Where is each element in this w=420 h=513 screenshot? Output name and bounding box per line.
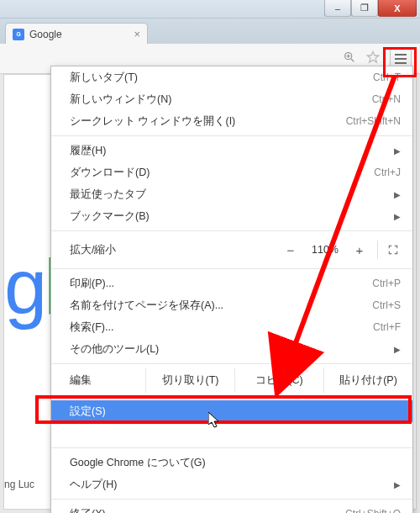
menu-separator (51, 135, 412, 136)
svg-marker-5 (367, 51, 378, 62)
menu-save-as[interactable]: 名前を付けてページを保存(A)...Ctrl+S (51, 294, 412, 316)
bookmark-star-icon[interactable] (366, 50, 380, 67)
chevron-right-icon: ▶ (394, 190, 401, 199)
tab-label: Google (29, 29, 62, 40)
menu-recent-tabs[interactable]: 最近使ったタブ▶ (51, 183, 412, 205)
menu-about[interactable]: Google Chrome について(G) (51, 452, 412, 473)
menu-new-tab[interactable]: 新しいタブ(T)Ctrl+T (51, 66, 412, 88)
menu-separator (51, 363, 412, 364)
menu-bookmarks[interactable]: ブックマーク(B)▶ (51, 205, 412, 227)
title-bar: – ❐ X (0, 0, 420, 19)
zoom-in-button[interactable]: + (344, 240, 375, 260)
menu-find[interactable]: 検索(F)...Ctrl+F (51, 316, 412, 338)
zoom-icon[interactable] (343, 50, 356, 67)
menu-separator (51, 396, 412, 397)
google-favicon: G (13, 29, 24, 40)
menu-help[interactable]: ヘルプ(H)▶ (51, 473, 412, 495)
fullscreen-button[interactable] (381, 244, 406, 256)
chevron-right-icon: ▶ (394, 345, 401, 354)
hamburger-icon (395, 54, 407, 56)
window-controls: – ❐ X (324, 0, 417, 17)
browser-window: – ❐ X G Google × (0, 0, 420, 513)
menu-separator (51, 499, 412, 500)
menu-more-tools[interactable]: その他のツール(L)▶ (51, 338, 412, 360)
svg-line-2 (351, 59, 354, 61)
tab-close-icon[interactable]: × (134, 28, 140, 40)
tab-google[interactable]: G Google × (5, 23, 148, 45)
edit-copy[interactable]: コピー(C) (234, 368, 323, 393)
menu-history[interactable]: 履歴(H)▶ (51, 140, 412, 161)
menu-separator (51, 230, 412, 231)
menu-blurred[interactable] (51, 422, 412, 444)
edit-label: 編集 (70, 373, 145, 388)
maximize-button[interactable]: ❐ (351, 0, 378, 17)
menu-downloads[interactable]: ダウンロード(D)Ctrl+J (51, 161, 412, 183)
menu-exit[interactable]: 終了(X)Ctrl+Shift+Q (51, 503, 412, 513)
minimize-button[interactable]: – (324, 0, 351, 17)
menu-new-window[interactable]: 新しいウィンドウ(N)Ctrl+N (51, 88, 412, 110)
chevron-right-icon: ▶ (394, 146, 401, 156)
feeling-lucky-text: ng Luc (4, 479, 34, 490)
menu-zoom-row: 拡大/縮小 − 110% + (51, 235, 412, 265)
chrome-menu: 新しいタブ(T)Ctrl+T 新しいウィンドウ(N)Ctrl+N シークレット … (50, 66, 413, 513)
close-button[interactable]: X (378, 0, 417, 17)
menu-incognito[interactable]: シークレット ウィンドウを開く(I)Ctrl+Shift+N (51, 110, 412, 132)
chevron-right-icon: ▶ (394, 212, 401, 221)
svg-text:G: G (16, 31, 20, 37)
zoom-out-button[interactable]: − (276, 240, 306, 260)
chevron-right-icon: ▶ (394, 480, 401, 489)
zoom-value: 110% (306, 244, 344, 256)
menu-edit-row: 編集 切り取り(T) コピー(C) 貼り付け(P) (51, 368, 412, 393)
tab-strip: G Google × (0, 19, 420, 44)
menu-separator (51, 447, 412, 448)
zoom-label: 拡大/縮小 (70, 243, 276, 257)
menu-separator (51, 268, 412, 269)
menu-settings[interactable]: 設定(S) (51, 400, 412, 422)
edit-paste[interactable]: 貼り付け(P) (323, 368, 412, 393)
edit-cut[interactable]: 切り取り(T) (145, 368, 234, 393)
menu-print[interactable]: 印刷(P)...Ctrl+P (51, 272, 412, 294)
